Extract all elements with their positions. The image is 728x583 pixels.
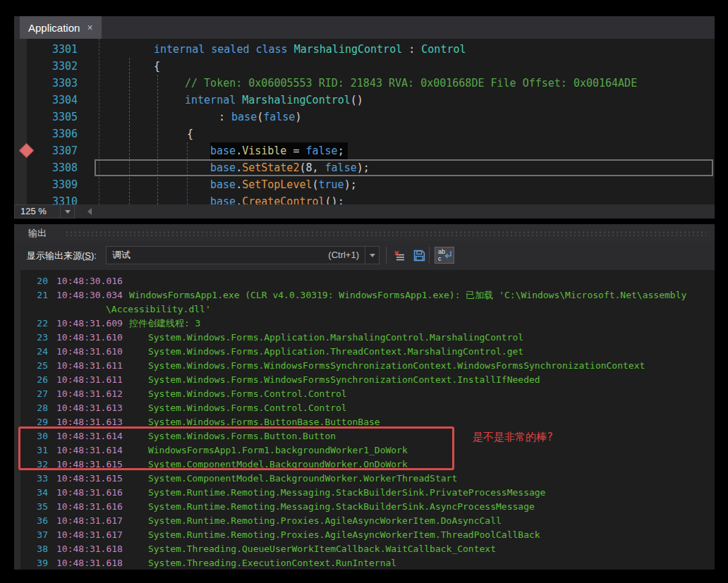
log-line-number: 21 [14,288,48,302]
code-text: internal sealed class MarshalingControl … [154,41,466,58]
toolbar-separator [429,247,430,264]
chevron-down-icon [370,254,375,257]
log-row: 2110:48:30.034WindowsFormsApp1.exe (CLR … [14,288,715,302]
log-row: \Accessibility.dll' [14,302,715,317]
zoom-level-combo[interactable]: 125 % [14,204,61,219]
line-number: 3309 [27,176,78,193]
log-line-number: 37 [14,528,48,542]
word-wrap-toggle-button[interactable]: ab c [435,247,454,264]
output-log-rows: 2010:48:30.0162110:48:30.034WindowsForms… [14,274,715,570]
log-row: 2810:48:31.613System.Windows.Forms.Contr… [14,401,715,415]
log-row: 3910:48:31.618System.Threading.Execution… [14,556,715,570]
log-line-number: 35 [14,500,48,514]
log-line-number: 27 [14,387,48,401]
log-line-number: 25 [14,359,48,373]
log-row: 2510:48:31.611System.Windows.Forms.Windo… [14,359,715,373]
log-message: System.Windows.Forms.Application.ThreadC… [148,345,523,359]
horizontal-scrollbar[interactable] [75,204,715,219]
code-line: 3301internal sealed class MarshalingCont… [14,41,715,58]
log-timestamp: 10:48:31.611 [56,359,123,373]
code-text: base.Visible = false; [210,142,348,159]
log-line-number: 26 [14,373,48,387]
code-text: // Token: 0x06005553 RID: 21843 RVA: 0x0… [185,75,637,92]
line-number: 3304 [27,92,78,109]
line-number: 3303 [27,75,78,92]
line-number: 3306 [27,125,78,142]
output-source-combo[interactable]: 调试 (Ctrl+1) [106,246,380,264]
log-row: 2010:48:30.016 [14,274,715,288]
output-log[interactable]: 2010:48:30.0162110:48:30.034WindowsForms… [14,270,715,570]
log-timestamp: 10:48:31.615 [56,472,123,486]
code-line: 3310base.CreateControl(); [14,193,715,204]
code-line: 3307base.Visible = false; [14,142,715,159]
tab-label: Application [28,22,80,34]
annotation-box [18,426,454,470]
save-output-button[interactable] [411,247,427,264]
annotation-text: 是不是非常的棒? [473,431,553,444]
line-number: 3308 [27,159,78,176]
log-row: 3510:48:31.616System.Runtime.Remoting.Me… [14,500,715,514]
log-message: 控件创建线程: 3 [129,317,200,331]
tab-application[interactable]: Application × [20,16,102,39]
code-line: 3303// Token: 0x06005553 RID: 21843 RVA:… [14,75,715,92]
output-panel-header[interactable]: 输出 [14,224,715,241]
code-text: base.SetTopLevel(true); [210,176,357,193]
log-message: \Accessibility.dll' [106,302,211,317]
log-line-number: 28 [14,401,48,415]
zoom-combo-arrow-button[interactable] [61,204,75,219]
log-timestamp: 10:48:31.617 [56,528,123,542]
log-message: System.Windows.Forms.Application.Marshal… [148,331,523,345]
code-text: base.SetState2(8, false); [210,159,370,176]
code-line: 3309base.SetTopLevel(true); [14,176,715,193]
log-line-number: 33 [14,472,48,486]
log-message: System.Windows.Forms.Control.Control [148,387,347,401]
log-row: 2310:48:31.610System.Windows.Forms.Appli… [14,331,715,345]
log-message: System.Windows.Forms.Control.Control [148,401,347,415]
log-message: System.Windows.Forms.WindowsFormsSynchro… [148,373,540,387]
log-message: System.Runtime.Remoting.Messaging.StackB… [148,500,535,514]
log-line-number [14,302,48,317]
clear-all-button[interactable] [391,247,408,264]
log-line-number: 24 [14,345,48,359]
editor-status-strip: 125 % [14,204,715,219]
log-message: System.Threading.QueueUserWorkItemCallba… [148,542,496,556]
chevron-down-icon [65,210,71,214]
code-text: { [154,58,160,75]
output-source-value: 调试 [112,247,131,264]
save-icon [413,250,425,262]
combo-arrow-button[interactable] [365,247,379,264]
log-message: System.ComponentModel.BackgroundWorker.W… [148,472,457,486]
code-text: : base(false) [219,109,301,125]
tab-close-icon[interactable]: × [87,23,92,32]
code-editor[interactable]: 3301internal sealed class MarshalingCont… [14,39,715,204]
output-source-shortcut: (Ctrl+1) [328,247,359,264]
log-message: System.Runtime.Remoting.Messaging.StackB… [148,486,546,500]
log-timestamp: 10:48:31.610 [56,345,123,359]
log-line-number: 20 [14,274,48,288]
log-message: System.Windows.Forms.WindowsFormsSynchro… [148,359,645,373]
log-timestamp: 10:48:31.618 [56,542,123,556]
log-line-number: 23 [14,331,48,345]
log-timestamp: 10:48:31.616 [56,486,123,500]
line-number: 3305 [27,109,78,125]
log-line-number: 22 [14,317,48,331]
toolbar-separator [386,247,387,264]
line-number: 3307 [27,142,78,159]
code-line: 3302{ [14,58,715,75]
scroll-left-arrow-icon[interactable] [87,208,92,215]
line-number: 3301 [27,41,78,58]
line-number: 3310 [27,193,78,204]
code-line: 3305: base(false) [14,109,715,125]
log-line-number: 38 [14,542,48,556]
output-source-label: 显示输出来源(S): [27,250,97,262]
output-toolbar: 显示输出来源(S): 调试 (Ctrl+1) ab c [14,241,715,270]
log-line-number: 36 [14,514,48,528]
code-lines: 3301internal sealed class MarshalingCont… [14,41,715,204]
log-timestamp: 10:48:30.034 [56,288,123,302]
log-timestamp: 10:48:31.609 [56,317,123,331]
code-text: internal MarshalingControl() [185,92,363,109]
log-row: 2210:48:31.609控件创建线程: 3 [14,317,715,331]
ide-window: Application × 3301internal sealed class … [14,16,715,570]
log-row: 2610:48:31.611System.Windows.Forms.Windo… [14,373,715,387]
log-timestamp: 10:48:31.612 [56,387,123,401]
